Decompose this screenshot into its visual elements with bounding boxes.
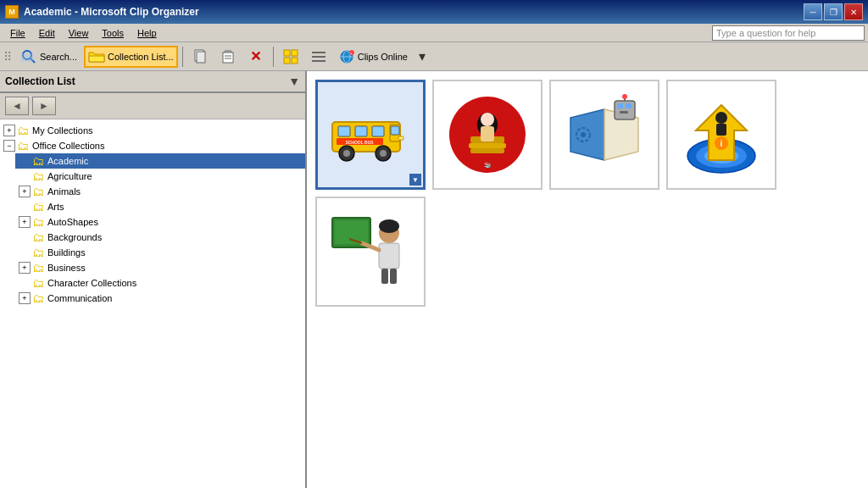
tree-item-character-collections[interactable]: 🗂 Character Collections xyxy=(15,275,305,291)
expand-business[interactable]: + xyxy=(19,262,31,274)
globe-icon: + xyxy=(338,48,355,65)
expand-animals[interactable]: + xyxy=(19,186,31,197)
tree-item-academic[interactable]: 🗂 Academic xyxy=(15,153,305,169)
clip-bus[interactable]: SCHOOL BUS ▼ xyxy=(315,80,426,190)
svg-rect-46 xyxy=(620,111,628,114)
folder-icon-my-collections: 🗂 xyxy=(17,124,29,137)
search-icon xyxy=(20,48,37,65)
view-thumbs-button[interactable] xyxy=(278,46,303,68)
toolbar: ⠿ Search... Collection List... xyxy=(0,42,868,71)
svg-rect-23 xyxy=(355,126,367,136)
svg-point-50 xyxy=(581,132,586,137)
clip-book-robot[interactable] xyxy=(549,80,659,190)
folder-icon-backgrounds: 🗂 xyxy=(32,230,44,244)
sidebar-navigation: ◄ ► xyxy=(0,93,305,119)
expand-my-collections[interactable]: + xyxy=(3,125,15,136)
delete-button[interactable]: ✕ xyxy=(243,46,269,68)
title-bar-left: M Academic - Microsoft Clip Organizer xyxy=(5,5,199,19)
search-label: Search... xyxy=(40,52,77,62)
close-button[interactable]: ✕ xyxy=(844,3,863,20)
svg-rect-6 xyxy=(223,53,233,63)
sidebar-title: Collection List xyxy=(5,75,75,87)
svg-rect-62 xyxy=(379,243,399,269)
clip-apple[interactable]: 📚 xyxy=(432,80,542,190)
expand-communication[interactable]: + xyxy=(19,292,31,304)
paste-icon xyxy=(220,48,236,65)
folder-icon-communication: 🗂 xyxy=(32,291,44,305)
svg-rect-37 xyxy=(469,143,506,148)
search-button[interactable]: Search... xyxy=(16,46,81,68)
folder-icon-buildings: 🗂 xyxy=(32,246,44,259)
collection-list-button[interactable]: Collection List... xyxy=(84,46,178,68)
tree-item-animals[interactable]: + 🗂 Animals xyxy=(15,184,305,199)
svg-text:i: i xyxy=(721,139,723,148)
tree-item-autoshapes[interactable]: + 🗂 AutoShapes xyxy=(15,214,305,230)
svg-rect-22 xyxy=(338,126,350,136)
clip-teacher[interactable] xyxy=(315,197,426,307)
expand-autoshapes[interactable]: + xyxy=(19,216,31,228)
tree-label-communication: Communication xyxy=(47,293,112,303)
tree-label-backgrounds: Backgrounds xyxy=(47,232,102,242)
tree-item-buildings[interactable]: 🗂 Buildings xyxy=(15,245,305,260)
menu-file[interactable]: File xyxy=(3,26,32,40)
collection-tree[interactable]: + 🗂 My Collections − 🗂 Office Collection… xyxy=(0,119,305,488)
toolbar-options-button[interactable]: ▾ xyxy=(415,46,430,68)
thumbnails-icon xyxy=(282,48,299,65)
copy-button[interactable] xyxy=(187,46,213,68)
menu-help[interactable]: Help xyxy=(131,26,164,40)
sidebar-collapse-icon[interactable]: ▼ xyxy=(288,75,300,88)
clip-funnel[interactable]: i xyxy=(666,80,776,190)
svg-rect-65 xyxy=(381,269,388,284)
svg-rect-4 xyxy=(197,52,205,63)
window-controls: ─ ❐ ✕ xyxy=(804,3,863,20)
svg-point-30 xyxy=(380,150,387,157)
back-button[interactable]: ◄ xyxy=(5,97,29,115)
tree-item-communication[interactable]: + 🗂 Communication xyxy=(15,291,305,306)
minimize-button[interactable]: ─ xyxy=(804,3,822,20)
help-search-box[interactable]: Type a question for help xyxy=(712,25,865,41)
tree-item-arts[interactable]: 🗂 Arts xyxy=(15,199,305,214)
collection-list-label: Collection List... xyxy=(108,52,174,62)
tree-item-my-collections[interactable]: + 🗂 My Collections xyxy=(0,123,305,138)
clips-online-button[interactable]: + Clips Online xyxy=(334,46,412,68)
list-icon xyxy=(310,48,327,65)
tree-label-character-collections: Character Collections xyxy=(47,278,136,288)
toolbar-grip: ⠿ xyxy=(3,50,12,64)
svg-rect-10 xyxy=(292,50,298,56)
restore-button[interactable]: ❐ xyxy=(824,3,843,20)
delete-icon: ✕ xyxy=(248,48,264,65)
menu-edit[interactable]: Edit xyxy=(32,26,62,40)
menu-view[interactable]: View xyxy=(62,26,96,40)
sidebar-header: Collection List ▼ xyxy=(0,71,305,93)
view-list-button[interactable] xyxy=(306,46,331,68)
tree-label-arts: Arts xyxy=(47,202,64,212)
svg-point-67 xyxy=(379,219,399,233)
help-placeholder: Type a question for help xyxy=(716,28,815,38)
svg-rect-45 xyxy=(626,103,632,108)
folder-icon-agriculture: 🗂 xyxy=(32,169,44,183)
svg-rect-66 xyxy=(390,269,397,284)
folder-icon-academic: 🗂 xyxy=(32,154,44,168)
expand-office-collections[interactable]: − xyxy=(3,140,15,152)
menu-tools[interactable]: Tools xyxy=(95,26,131,40)
tree-item-backgrounds[interactable]: 🗂 Backgrounds xyxy=(15,230,305,245)
sidebar: Collection List ▼ ◄ ► + 🗂 My Collections… xyxy=(0,71,307,488)
forward-button[interactable]: ► xyxy=(32,97,56,115)
tree-label-academic: Academic xyxy=(47,156,88,166)
svg-rect-44 xyxy=(617,103,623,108)
paste-button[interactable] xyxy=(215,46,241,68)
folder-icon-animals: 🗂 xyxy=(32,185,44,198)
tree-label-autoshapes: AutoShapes xyxy=(47,217,98,227)
tree-label-business: Business xyxy=(47,263,86,273)
clip-dropdown-arrow[interactable]: ▼ xyxy=(409,174,421,186)
folder-icon-arts: 🗂 xyxy=(32,200,44,214)
tree-label-buildings: Buildings xyxy=(47,247,86,258)
svg-point-39 xyxy=(481,113,494,126)
copy-icon xyxy=(192,48,209,65)
svg-rect-24 xyxy=(372,126,384,136)
toolbar-separator-2 xyxy=(273,47,274,67)
tree-item-office-collections[interactable]: − 🗂 Office Collections xyxy=(0,138,305,153)
svg-rect-26 xyxy=(391,126,399,135)
tree-item-business[interactable]: + 🗂 Business xyxy=(15,260,305,275)
tree-item-agriculture[interactable]: 🗂 Agriculture xyxy=(15,169,305,184)
